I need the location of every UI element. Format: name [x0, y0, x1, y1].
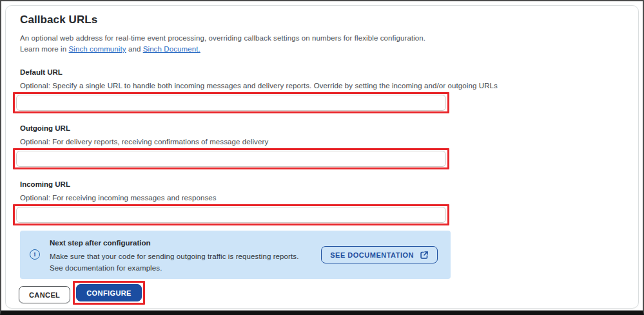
default-url-label: Default URL	[20, 68, 623, 77]
next-step-info-box: i Next step after configuration Make sur…	[20, 231, 451, 279]
page-description: An optional web address for real-time ev…	[20, 33, 623, 55]
learn-more-connector: and	[126, 45, 143, 53]
info-box-line1: Make sure that your code for sending out…	[50, 252, 298, 261]
page-title: Callback URLs	[20, 14, 623, 26]
screenshot-frame: Callback URLs An optional web address fo…	[0, 0, 644, 315]
default-url-input[interactable]	[16, 95, 446, 111]
incoming-url-label: Incoming URL	[20, 180, 623, 189]
default-url-description: Optional: Specify a single URL to handle…	[20, 81, 623, 90]
page-description-text: An optional web address for real-time ev…	[20, 34, 425, 42]
info-text-column: Next step after configuration Make sure …	[50, 231, 298, 279]
external-link-icon	[420, 251, 429, 260]
see-documentation-button[interactable]: SEE DOCUMENTATION	[321, 246, 438, 263]
sinch-document-link[interactable]: Sinch Document.	[143, 45, 200, 53]
info-icon-column: i	[20, 231, 50, 279]
outgoing-url-input[interactable]	[16, 151, 446, 167]
outgoing-url-highlight-annotation	[13, 148, 449, 169]
callback-urls-card: Callback URLs An optional web address fo…	[5, 5, 639, 309]
see-documentation-label: SEE DOCUMENTATION	[330, 251, 414, 259]
sinch-community-link[interactable]: Sinch community	[69, 45, 126, 53]
default-url-highlight-annotation	[13, 92, 449, 113]
info-icon: i	[30, 249, 40, 260]
configure-highlight-annotation: CONFIGURE	[73, 281, 145, 305]
incoming-url-highlight-annotation	[13, 204, 449, 225]
info-button-column: SEE DOCUMENTATION	[321, 246, 451, 263]
cancel-button[interactable]: CANCEL	[19, 286, 70, 303]
info-box-title: Next step after configuration	[50, 238, 298, 247]
incoming-url-input[interactable]	[16, 207, 446, 223]
learn-more-prefix: Learn more in	[20, 45, 69, 53]
configure-button[interactable]: CONFIGURE	[76, 284, 142, 301]
footer-actions: CANCEL CONFIGURE	[19, 281, 623, 305]
outgoing-url-label: Outgoing URL	[20, 124, 623, 133]
incoming-url-description: Optional: For receiving incoming message…	[20, 193, 623, 202]
info-box-line2: See documentation for examples.	[50, 263, 298, 272]
outgoing-url-description: Optional: For delivery reports, receivin…	[20, 137, 623, 146]
